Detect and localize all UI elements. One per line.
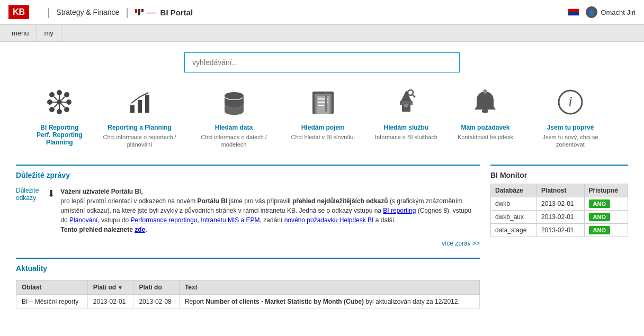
link-bi-reporting[interactable]: BI reporting [383, 207, 416, 214]
svg-point-2 [57, 109, 62, 114]
bi-reporting-icon [46, 88, 73, 120]
search-input[interactable] [184, 52, 460, 72]
svg-text:i: i [568, 93, 573, 110]
svg-point-20 [225, 92, 244, 99]
message-download-icon: ⬇ [47, 187, 55, 234]
user-info[interactable]: 👤 Omacht Jiri [586, 6, 636, 18]
divider-2: | [126, 6, 128, 19]
bi-monitor-row: dwkb 2013-02-01 ANO [491, 197, 628, 210]
hledam-data-label: Hledám data [215, 124, 253, 131]
link-intranet[interactable]: Intranetu MIS a EPM [201, 216, 260, 224]
icon-mam-pozadavek[interactable]: Mám požadavek Kontaktovat helpdesk [458, 88, 513, 149]
mam-pozadavek-desc: Kontaktovat helpdesk [458, 133, 513, 141]
svg-point-4 [66, 99, 71, 105]
akt-text: Report Number of clients - Market Statis… [179, 294, 479, 308]
bi-portal-icon [135, 9, 144, 15]
divider-1: | [47, 6, 50, 19]
svg-rect-18 [138, 100, 142, 113]
nav-my[interactable]: my [37, 25, 61, 41]
svg-line-14 [61, 104, 65, 107]
svg-line-33 [413, 95, 415, 97]
col-oblast[interactable]: Oblast [16, 280, 88, 294]
aktuality-row: BI – Měsíční reporty 2013-02-01 2013-02-… [16, 294, 480, 308]
bm-date: 2013-02-01 [537, 210, 584, 223]
message-box: ⬇ Vážení uživatelé Portálu BI, pro lepší… [47, 187, 480, 234]
svg-rect-27 [325, 93, 327, 112]
right-column: BI Monitor Databáze Platnost Přístupné d… [490, 165, 628, 309]
search-container [16, 52, 628, 72]
status-badge: ANO [589, 213, 610, 221]
svg-point-5 [49, 92, 55, 97]
important-content: Důležité odkazy ⬇ Vážení uživatelé Portá… [16, 187, 480, 234]
message-title: Vážení uživatelé Portálu BI, [60, 188, 142, 195]
col-text: Text [179, 280, 479, 294]
reporting-planning-label: Reporting a Planning [108, 124, 172, 131]
bi-monitor-row: dwkb_aux 2013-02-01 ANO [491, 210, 628, 223]
bi-monitor-row: data_stage 2013-02-01 ANO [491, 223, 628, 237]
bm-status: ANO [584, 223, 628, 237]
important-title: Důležité zprávy [16, 171, 480, 181]
svg-line-16 [54, 104, 57, 107]
icon-jsem-tu-poprve[interactable]: i Jsem tu poprvé Jsem tu nový, chci se z… [533, 88, 607, 149]
bm-db: dwkb_aux [491, 210, 537, 223]
jsem-tu-poprve-label: Jsem tu poprvé [547, 124, 594, 131]
bi-monitor-table: Databáze Platnost Přístupné dwkb 2013-02… [490, 184, 628, 237]
svg-rect-17 [130, 105, 135, 113]
col-plati-od[interactable]: Platí od [87, 280, 133, 294]
hledam-pojem-label: Hledám pojem [301, 124, 345, 131]
nav-menu[interactable]: menu [4, 25, 37, 41]
bm-date: 2013-02-01 [537, 197, 584, 210]
kb-logo: KB [8, 5, 29, 19]
navbar: menu my [0, 25, 644, 42]
main-content: BI ReportingPerf. ReportingPlanning Repo… [0, 42, 644, 320]
important-divider [16, 165, 480, 166]
flag-icon [568, 8, 579, 16]
aktuality-table: Oblast Platí od Platí do Text BI – Měsíč… [16, 280, 480, 309]
col-plati-do: Platí do [133, 280, 180, 294]
bi-monitor-divider [490, 165, 628, 166]
left-column: Důležité zprávy Důležité odkazy ⬇ Vážení… [16, 165, 480, 309]
svg-point-7 [64, 92, 69, 97]
reporting-planning-icon [126, 88, 154, 120]
mam-pozadavek-label: Mám požadavek [461, 124, 509, 131]
more-messages[interactable]: více zpráv >> [16, 240, 480, 247]
link-performance[interactable]: Performance reportingu [130, 216, 197, 224]
hledam-sluzbu-label: Hledám službu [384, 124, 429, 131]
important-links[interactable]: Důležité odkazy [16, 187, 39, 202]
akt-plati-od: 2013-02-01 [87, 294, 133, 308]
svg-point-6 [64, 107, 69, 112]
svg-line-15 [61, 97, 65, 100]
svg-point-1 [57, 90, 62, 95]
icon-hledam-data[interactable]: Hledám data Chci informace o datech / mo… [197, 88, 271, 149]
bm-col-platnost: Platnost [537, 184, 584, 197]
bm-db: data_stage [491, 223, 537, 237]
akt-oblast: BI – Měsíční reporty [16, 294, 88, 308]
section-title: Strategy & Finance [56, 8, 119, 16]
hledam-pojem-desc: Chci hledat v BI slovníku [291, 133, 355, 141]
svg-rect-34 [482, 110, 488, 113]
bm-date: 2013-02-01 [537, 223, 584, 237]
bm-status: ANO [584, 197, 628, 210]
bm-col-db: Databáze [491, 184, 537, 197]
status-badge: ANO [589, 199, 610, 208]
icon-reporting-planning[interactable]: Reporting a Planning Chci informace o re… [103, 88, 177, 149]
reporting-planning-desc: Chci informace o reportech / plánování [103, 133, 177, 149]
link-planovani[interactable]: Plánování [69, 216, 97, 224]
svg-line-13 [54, 97, 57, 100]
bi-icon-dash: — [147, 7, 156, 18]
user-avatar: 👤 [586, 6, 597, 18]
icon-hledam-sluzbu[interactable]: Hledám službu Informace o BI službách [375, 88, 437, 149]
aktuality-title: Aktuality [16, 264, 480, 275]
bm-db: dwkb [491, 197, 537, 210]
header-right: 👤 Omacht Jiri [568, 6, 636, 18]
icon-bi-reporting[interactable]: BI ReportingPerf. ReportingPlanning [37, 88, 83, 149]
svg-point-35 [483, 89, 487, 94]
link-zde[interactable]: zde [135, 226, 145, 233]
link-helpdesk[interactable]: nového požadavku Helpdesk BI [284, 216, 374, 224]
status-badge: ANO [589, 226, 610, 234]
hledam-sluzbu-icon [392, 88, 420, 120]
icon-hledam-pojem[interactable]: Hledám pojem Chci hledat v BI slovníku [291, 88, 355, 149]
mam-pozadavek-icon [471, 88, 499, 120]
aktuality-section: Aktuality Oblast Platí od Platí do Text … [16, 258, 480, 309]
hledam-pojem-icon [309, 88, 337, 120]
